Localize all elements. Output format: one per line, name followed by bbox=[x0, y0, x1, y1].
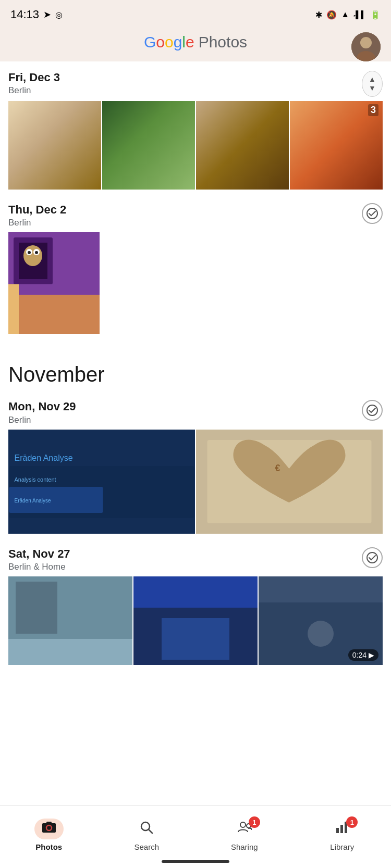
wifi-icon: ▲ bbox=[341, 10, 349, 19]
status-right: ✱ 🔕 ▲ ᵣ▌▌ 🔋 bbox=[315, 10, 381, 20]
photo-image-p6: Eräden Analyse Analysis content Eräden A… bbox=[8, 430, 195, 534]
svg-point-11 bbox=[35, 251, 38, 254]
date-header-sat-nov-27: Sat, Nov 27 Berlin & Home bbox=[8, 547, 383, 572]
nav-item-library[interactable]: 1 Library bbox=[294, 819, 392, 856]
avatar[interactable] bbox=[351, 32, 381, 61]
search-label: Search bbox=[134, 842, 159, 851]
search-icon bbox=[140, 821, 153, 838]
arrow-down-icon: ▼ bbox=[369, 84, 376, 93]
location-sat-nov-27: Berlin & Home bbox=[8, 562, 70, 572]
location-mon-nov-29: Berlin bbox=[8, 415, 76, 425]
svg-rect-12 bbox=[8, 295, 100, 334]
date-title-fri-dec-3: Fri, Dec 3 bbox=[8, 71, 60, 84]
location-icon: ➤ bbox=[43, 9, 51, 20]
location-thu-dec-2: Berlin bbox=[8, 218, 66, 228]
photos-icon-wrap bbox=[34, 819, 64, 839]
record-icon: ◎ bbox=[55, 10, 63, 20]
art-photo-svg bbox=[8, 232, 100, 334]
svg-point-1 bbox=[360, 37, 372, 48]
search-icon-wrap bbox=[132, 819, 161, 839]
photo-thumb-p10[interactable]: 0:24 ▶ bbox=[259, 576, 383, 665]
svg-rect-42 bbox=[336, 828, 339, 833]
page-number-p4: 3 bbox=[368, 104, 378, 116]
battery-icon: 🔋 bbox=[370, 10, 381, 20]
photos-icon bbox=[42, 821, 56, 837]
photo-thumb-p3[interactable] bbox=[196, 101, 289, 190]
photo-thumb-p9[interactable] bbox=[133, 576, 258, 665]
photo-image-p3 bbox=[196, 101, 289, 190]
photo-image-p4: 3 bbox=[290, 101, 383, 190]
signal-icon: ᵣ▌▌ bbox=[353, 10, 366, 19]
library-label: Library bbox=[330, 842, 354, 851]
date-info-sat-nov-27: Sat, Nov 27 Berlin & Home bbox=[8, 547, 70, 572]
photo-thumb-p7[interactable]: € bbox=[196, 430, 383, 534]
select-day-mon-nov-29[interactable] bbox=[362, 400, 383, 421]
nav-item-search[interactable]: Search bbox=[98, 819, 196, 856]
nav-arrows-button[interactable]: ▲ ▼ bbox=[362, 71, 383, 97]
status-time: 14:13 bbox=[10, 8, 39, 21]
location-fri-dec-3: Berlin bbox=[8, 85, 60, 96]
arrow-up-icon: ▲ bbox=[369, 75, 376, 84]
date-title-mon-nov-29: Mon, Nov 29 bbox=[8, 400, 76, 413]
photo-image-p8 bbox=[8, 576, 132, 665]
select-day-sat-nov-27[interactable] bbox=[362, 547, 383, 568]
photo-thumb-p4[interactable]: 3 bbox=[290, 101, 383, 190]
video-duration-badge: 0:24 ▶ bbox=[348, 649, 378, 661]
logo-google: Google bbox=[144, 33, 194, 51]
photos-label: Photos bbox=[35, 842, 62, 851]
sharing-icon-wrap: 1 bbox=[230, 819, 259, 839]
date-header-fri-dec-3: Fri, Dec 3 Berlin ▲ ▼ bbox=[8, 71, 383, 97]
photo-grid-mon-nov-29: Eräden Analyse Analysis content Eräden A… bbox=[8, 425, 383, 534]
svg-text:Eräden Analyse: Eräden Analyse bbox=[15, 498, 51, 504]
photo-image-p9 bbox=[133, 576, 258, 665]
svg-point-34 bbox=[308, 621, 334, 647]
svg-text:€: € bbox=[275, 463, 280, 473]
photo-image-p5 bbox=[8, 232, 100, 334]
svg-rect-27 bbox=[8, 639, 132, 665]
library-icon-wrap: 1 bbox=[327, 819, 357, 839]
library-badge: 1 bbox=[346, 816, 358, 828]
svg-text:Analysis content: Analysis content bbox=[15, 476, 56, 483]
app-logo: Google Photos bbox=[144, 33, 247, 51]
svg-rect-43 bbox=[340, 825, 343, 833]
bottom-nav: Photos Search 1 Sh bbox=[0, 806, 391, 868]
date-title-thu-dec-2: Thu, Dec 2 bbox=[8, 203, 66, 217]
svg-rect-28 bbox=[16, 582, 57, 634]
checkmark-icon bbox=[366, 552, 378, 563]
select-day-thu-dec-2[interactable] bbox=[362, 203, 383, 224]
date-info-thu-dec-2: Thu, Dec 2 Berlin bbox=[8, 203, 66, 228]
bluetooth-icon: ✱ bbox=[315, 10, 322, 20]
status-left: 14:13 ➤ ◎ bbox=[10, 8, 63, 21]
play-icon: ▶ bbox=[369, 651, 374, 659]
sharing-label: Sharing bbox=[231, 842, 258, 851]
photo-thumb-p6[interactable]: Eräden Analyse Analysis content Eräden A… bbox=[8, 430, 195, 534]
date-header-mon-nov-29: Mon, Nov 29 Berlin bbox=[8, 400, 383, 425]
photo-thumb-p1[interactable] bbox=[8, 101, 101, 190]
nav-item-photos[interactable]: Photos bbox=[0, 819, 98, 856]
svg-text:Eräden Analyse: Eräden Analyse bbox=[15, 454, 73, 462]
app-header: Google Photos bbox=[0, 27, 391, 61]
checkmark-icon bbox=[366, 405, 378, 416]
photo-grid-fri-dec-3: 3 bbox=[8, 97, 383, 190]
photo-image-p2 bbox=[102, 101, 195, 190]
svg-line-39 bbox=[149, 829, 152, 833]
content-area: Fri, Dec 3 Berlin ▲ ▼ 3 bbox=[0, 61, 391, 727]
checkmark-icon bbox=[366, 208, 378, 219]
date-group-mon-nov-29: Mon, Nov 29 Berlin Eräden Analyse bbox=[0, 391, 391, 537]
svg-point-7 bbox=[23, 245, 42, 266]
bell-icon: 🔕 bbox=[326, 10, 337, 20]
photo-thumb-p2[interactable] bbox=[102, 101, 195, 190]
photo-thumb-p5[interactable] bbox=[8, 232, 100, 334]
svg-rect-13 bbox=[8, 284, 19, 334]
date-group-sat-nov-27: Sat, Nov 27 Berlin & Home bbox=[0, 538, 391, 665]
status-bar: 14:13 ➤ ◎ ✱ 🔕 ▲ ᵣ▌▌ 🔋 bbox=[0, 0, 391, 27]
svg-rect-37 bbox=[46, 822, 52, 824]
date-header-thu-dec-2: Thu, Dec 2 Berlin bbox=[8, 203, 383, 228]
date-info-fri-dec-3: Fri, Dec 3 Berlin bbox=[8, 71, 60, 96]
photo-image-p1 bbox=[8, 101, 101, 190]
photo-thumb-p8[interactable] bbox=[8, 576, 132, 665]
date-group-fri-dec-3: Fri, Dec 3 Berlin ▲ ▼ 3 bbox=[0, 61, 391, 194]
nav-item-sharing[interactable]: 1 Sharing bbox=[196, 819, 294, 856]
date-info-mon-nov-29: Mon, Nov 29 Berlin bbox=[8, 400, 76, 425]
svg-point-10 bbox=[28, 251, 31, 254]
